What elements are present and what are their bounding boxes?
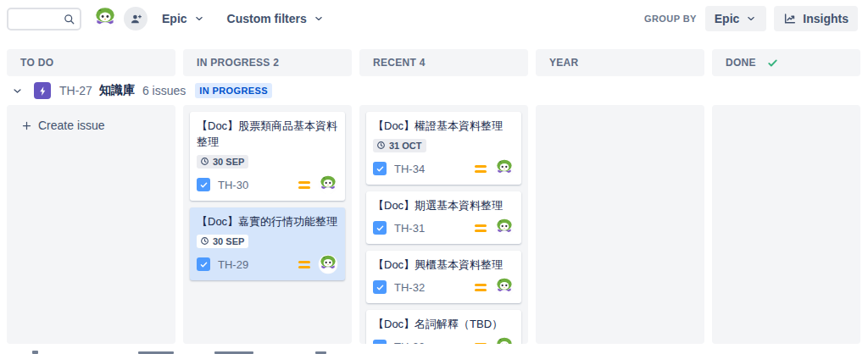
priority-medium-icon xyxy=(298,261,310,268)
priority-medium-icon xyxy=(475,224,487,232)
issue-card-th-31[interactable]: 【Doc】期選基本資料整理 TH-31 xyxy=(366,191,521,244)
issue-key: TH-30 xyxy=(218,179,298,191)
column-in-progress: 【Doc】股票類商品基本資料整理 30 SEP TH-30 【Doc】嘉實的行情… xyxy=(183,105,352,344)
epic-icon xyxy=(34,82,51,99)
insights-label: Insights xyxy=(803,12,849,25)
issue-key: TH-29 xyxy=(218,258,298,271)
priority-medium-icon xyxy=(298,181,310,189)
assignee-avatar xyxy=(494,336,515,344)
card-title: 【Doc】名詞解釋（TBD） xyxy=(373,316,515,332)
epic-issue-count: 6 issues xyxy=(142,84,186,97)
clock-icon xyxy=(200,236,209,246)
epic-name: 知識庫 xyxy=(99,83,135,98)
assignee-avatar xyxy=(494,277,515,297)
card-title: 【Doc】權證基本資料整理 xyxy=(373,118,515,134)
partial-epic-row xyxy=(0,347,868,354)
owl-avatar-icon xyxy=(92,6,118,31)
group-by-dropdown[interactable]: Epic xyxy=(705,6,767,31)
chevron-down-icon xyxy=(11,85,24,97)
done-check-icon xyxy=(766,57,779,69)
chevron-down-icon xyxy=(745,13,757,25)
custom-filters-label: Custom filters xyxy=(227,12,307,25)
card-title: 【Doc】期選基本資料整理 xyxy=(373,197,515,213)
column-title: DONE xyxy=(726,57,756,69)
group-by-value: Epic xyxy=(715,12,740,25)
task-type-icon xyxy=(197,257,210,271)
column-header-recent: RECENT 4 xyxy=(359,49,528,76)
column-header-in-progress: IN PROGRESS 2 xyxy=(183,49,352,76)
epic-swimlane-header: TH-27 知識庫 6 issues IN PROGRESS xyxy=(0,76,868,105)
person-add-icon xyxy=(129,12,143,26)
column-headers: TO DO IN PROGRESS 2 RECENT 4 YEAR DONE xyxy=(0,49,868,76)
user-avatar[interactable] xyxy=(92,6,118,31)
search-box[interactable] xyxy=(7,8,81,30)
check-icon xyxy=(376,224,385,233)
lightning-bolt-icon xyxy=(36,85,49,97)
issue-card-th-29[interactable]: 【Doc】嘉實的行情功能整理 30 SEP TH-29 xyxy=(190,207,345,280)
column-done xyxy=(712,105,860,344)
check-icon xyxy=(199,180,209,190)
issue-key: TH-32 xyxy=(394,281,475,294)
create-issue-label: Create issue xyxy=(38,119,105,132)
chevron-down-icon xyxy=(193,13,205,25)
custom-filters-dropdown[interactable]: Custom filters xyxy=(227,12,325,25)
task-type-icon xyxy=(373,340,387,344)
plus-icon xyxy=(20,119,33,132)
group-by-label: GROUP BY xyxy=(644,14,697,24)
search-icon xyxy=(63,13,75,25)
column-title: IN PROGRESS 2 xyxy=(197,57,279,69)
column-recent: 【Doc】權證基本資料整理 31 OCT TH-34 【Doc】期選基本資料整理 xyxy=(359,105,528,344)
search-input[interactable] xyxy=(8,9,63,29)
card-title: 【Doc】嘉實的行情功能整理 xyxy=(197,213,338,230)
priority-medium-icon xyxy=(475,284,487,291)
assignee-avatar xyxy=(494,218,515,238)
issue-key: TH-34 xyxy=(394,163,475,175)
column-title: YEAR xyxy=(549,57,579,69)
assignee-avatar xyxy=(318,254,338,274)
epic-status-badge: IN PROGRESS xyxy=(195,83,272,98)
board-toolbar: Epic Custom filters GROUP BY Epic Insigh… xyxy=(0,0,868,37)
column-title: TO DO xyxy=(20,57,53,69)
card-title: 【Doc】興櫃基本資料整理 xyxy=(373,257,515,273)
priority-medium-icon xyxy=(475,165,487,173)
epic-filter-dropdown[interactable]: Epic xyxy=(162,12,205,25)
due-date-badge: 30 SEP xyxy=(197,155,248,169)
issue-card-th-32[interactable]: 【Doc】興櫃基本資料整理 TH-32 xyxy=(366,251,521,303)
epic-filter-label: Epic xyxy=(162,12,187,25)
issue-key: TH-31 xyxy=(394,222,475,235)
clock-icon xyxy=(200,157,209,166)
due-date-badge: 30 SEP xyxy=(197,235,248,248)
add-people-button[interactable] xyxy=(124,7,147,30)
task-type-icon xyxy=(373,162,387,175)
priority-medium-icon xyxy=(475,343,487,345)
task-type-icon xyxy=(197,178,210,191)
issue-key: TH-33 xyxy=(394,340,475,345)
create-issue-button[interactable]: Create issue xyxy=(20,119,105,132)
due-date: 30 SEP xyxy=(213,236,244,246)
issue-card-th-34[interactable]: 【Doc】權證基本資料整理 31 OCT TH-34 xyxy=(366,112,521,185)
assignee-avatar xyxy=(318,174,338,195)
collapse-epic-button[interactable] xyxy=(7,80,27,101)
card-title: 【Doc】股票類商品基本資料整理 xyxy=(197,118,338,150)
issue-card-th-33[interactable]: 【Doc】名詞解釋（TBD） TH-33 xyxy=(366,310,521,344)
check-icon xyxy=(199,260,209,269)
task-type-icon xyxy=(373,280,387,294)
column-header-year: YEAR xyxy=(536,49,704,76)
clock-icon xyxy=(376,141,386,150)
insights-chart-icon xyxy=(783,12,797,25)
due-date: 30 SEP xyxy=(213,157,244,167)
assignee-avatar xyxy=(494,158,515,179)
check-icon xyxy=(376,164,385,174)
chevron-down-icon xyxy=(313,13,325,25)
issue-card-th-30[interactable]: 【Doc】股票類商品基本資料整理 30 SEP TH-30 xyxy=(190,112,345,201)
column-year xyxy=(536,105,704,344)
board-columns: Create issue 【Doc】股票類商品基本資料整理 30 SEP TH-… xyxy=(0,105,868,344)
due-date: 31 OCT xyxy=(389,141,422,151)
insights-button[interactable]: Insights xyxy=(774,6,858,31)
due-date-badge: 31 OCT xyxy=(373,139,426,152)
check-icon xyxy=(376,283,385,292)
check-icon xyxy=(376,342,385,345)
column-header-done: DONE xyxy=(712,49,860,76)
epic-key: TH-27 xyxy=(59,84,92,97)
column-todo: Create issue xyxy=(7,105,175,344)
